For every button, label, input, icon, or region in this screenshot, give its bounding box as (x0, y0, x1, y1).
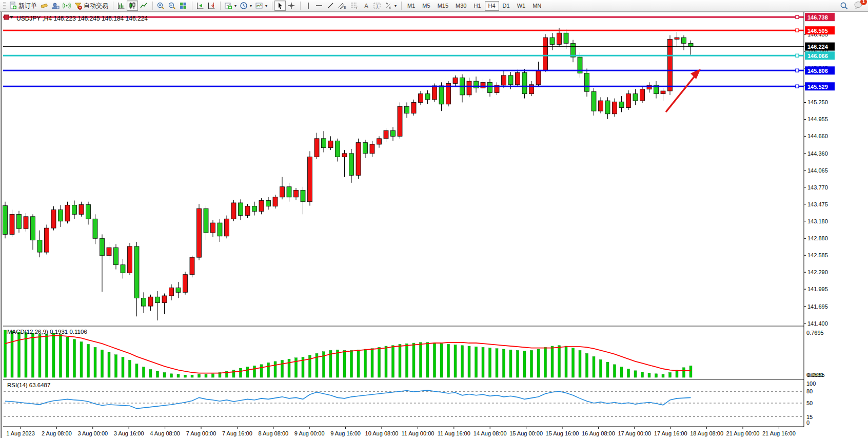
macd-scale-bottom: 0.0065 (807, 372, 825, 378)
fibonacci-button[interactable]: F (348, 1, 361, 11)
macd-histogram-bar (46, 334, 48, 377)
candle-body (322, 139, 326, 148)
candle-body (363, 143, 368, 154)
time-tick-label: 9 Aug 00:00 (294, 430, 325, 436)
tab-timeframe-h4[interactable]: H4 (485, 1, 499, 11)
time-tick-label: 8 Aug 08:00 (258, 430, 288, 436)
candle-body (190, 257, 194, 275)
tab-timeframe-w1[interactable]: W1 (514, 1, 529, 11)
new-order-button[interactable]: 新订单 (7, 1, 38, 11)
macd-histogram-bar (18, 332, 21, 377)
profile-icon-button[interactable] (50, 1, 61, 11)
candle-body (467, 81, 471, 95)
crosshair-button[interactable] (286, 1, 297, 11)
channel-button[interactable]: E (336, 1, 348, 11)
candle-body (121, 265, 125, 273)
candlestick-chart-button[interactable] (127, 1, 138, 11)
zoom-in-button[interactable] (155, 1, 166, 11)
candle-body (398, 106, 402, 136)
macd-histogram-bar (115, 355, 117, 377)
timeframe-group: M1M5M15M30H1H4D1W1MN (404, 1, 545, 11)
arrows-button[interactable]: ▾ (383, 1, 398, 11)
price-tick-label: 144.065 (807, 167, 828, 174)
signal-icon-button[interactable] (61, 1, 72, 11)
candle-body (682, 37, 686, 43)
candle-body (58, 210, 63, 221)
candle-body (391, 130, 396, 136)
price-tick-label: 142.585 (807, 252, 828, 258)
candle-body (488, 82, 492, 92)
tile-windows-button[interactable] (177, 1, 189, 11)
hline-icon (315, 2, 323, 10)
hline-handle[interactable] (796, 29, 799, 32)
time-tick-label: 21 Aug 16:00 (762, 430, 796, 436)
chisel-icon-button[interactable] (38, 1, 50, 11)
macd-histogram-bar (184, 375, 187, 377)
auto-trading-button[interactable]: 自动交易 (72, 1, 110, 11)
search-icon (840, 2, 849, 10)
candle-body (218, 223, 222, 236)
text-button[interactable]: A (361, 1, 371, 11)
macd-histogram-bar (530, 350, 533, 377)
tab-timeframe-h1[interactable]: H1 (470, 1, 484, 11)
macd-histogram-bar (108, 352, 110, 377)
zoom-out-icon (168, 2, 176, 10)
hline-handle[interactable] (796, 69, 799, 72)
time-tick-label: 15 Aug 00:00 (509, 430, 543, 436)
macd-histogram-bar (60, 334, 62, 377)
time-tick-label: 15 Aug 16:00 (546, 430, 579, 436)
tab-timeframe-m1[interactable]: M1 (404, 1, 419, 11)
time-tick-label: 3 Aug 16:00 (114, 430, 144, 436)
trendline-button[interactable] (325, 1, 336, 11)
candle-body (176, 288, 181, 292)
candle-body (522, 72, 527, 93)
tab-timeframe-m30[interactable]: M30 (452, 1, 470, 11)
templates-button[interactable]: ▾ (253, 1, 269, 11)
hline-handle[interactable] (796, 54, 799, 57)
line-chart-button[interactable] (138, 1, 149, 11)
candle-body (370, 144, 374, 154)
tab-timeframe-mn[interactable]: MN (529, 1, 545, 11)
tab-timeframe-m15[interactable]: M15 (434, 1, 452, 11)
price-badge-label: 146.738 (807, 14, 828, 21)
bar-chart-button[interactable] (115, 1, 127, 11)
periods-button[interactable]: ▾ (238, 1, 253, 11)
hline-button[interactable] (313, 1, 325, 11)
tab-timeframe-d1[interactable]: D1 (499, 1, 514, 11)
zoom-out-button[interactable] (166, 1, 177, 11)
macd-label: MACD(12,26,9) 0.1931 0.1106 (7, 329, 87, 335)
rsi-level-label: 100 (806, 380, 816, 387)
macd-histogram-bar (676, 370, 678, 377)
search-button[interactable] (838, 1, 850, 11)
text-label-button[interactable]: T (371, 1, 383, 11)
candle-body (336, 141, 340, 157)
chart-shift-button[interactable] (206, 1, 217, 11)
candle-body (37, 240, 42, 252)
auto-scroll-button[interactable] (194, 1, 206, 11)
chart-shift-icon (207, 2, 215, 10)
signal-icon (63, 2, 71, 10)
tab-timeframe-m5[interactable]: M5 (419, 1, 433, 11)
macd-histogram-bar (191, 375, 193, 377)
candle-body (508, 75, 513, 85)
macd-histogram-bar (662, 374, 664, 377)
dropdown-caret: ▾ (265, 4, 267, 8)
macd-histogram-bar (648, 373, 650, 377)
hline-handle[interactable] (796, 85, 799, 88)
macd-histogram-bar (129, 360, 131, 377)
macd-histogram-bar (149, 369, 152, 377)
time-tick-label: 10 Aug 08:00 (365, 430, 399, 436)
indicators-button[interactable]: ▾ (223, 1, 238, 11)
time-tick-label: 2 Aug 08:00 (42, 430, 72, 436)
candle-body (626, 94, 631, 108)
macd-histogram-bar (523, 351, 526, 377)
chart-canvas[interactable]: 146.435146.140145.845145.550145.250144.9… (0, 12, 868, 438)
hline-handle[interactable] (796, 15, 799, 18)
separator (218, 2, 221, 10)
candle-body (259, 201, 264, 212)
notification-badge[interactable]: 1 (860, 0, 867, 5)
text-letter: A (364, 3, 368, 10)
cursor-button[interactable] (274, 1, 286, 11)
vline-button[interactable] (303, 1, 313, 11)
candle-body (128, 246, 132, 273)
